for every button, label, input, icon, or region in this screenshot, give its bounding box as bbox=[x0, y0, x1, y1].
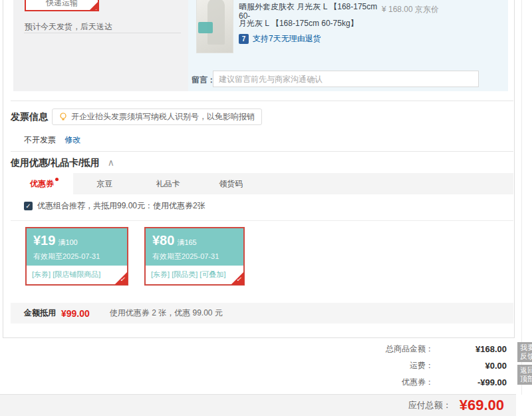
check-icon: ✓ bbox=[120, 276, 125, 283]
bulb-icon bbox=[59, 112, 67, 122]
price-value: ¥ 168.00 bbox=[382, 5, 413, 14]
discount-summary-bar: 金额抵用 ¥99.00 使用优惠券 2 张，优惠 99.00 元 bbox=[11, 303, 513, 323]
payable-bar: 应付总额： ¥69.00 bbox=[0, 394, 516, 416]
coupon-deduction-label: 优惠券： bbox=[402, 377, 434, 388]
return-policy-row: 7 支持7天无理由退货 bbox=[239, 33, 321, 45]
coupon-deduction-row: 优惠券： -¥99.00 bbox=[266, 374, 507, 391]
invoice-current: 不开发票 bbox=[24, 135, 56, 144]
divider bbox=[11, 101, 513, 101]
tab-coupon-label: 优惠券 bbox=[30, 179, 54, 188]
coupon-card-19[interactable]: ¥19满100 有效期至2025-07-31 [东券] [限店铺限商品] ✓ bbox=[25, 227, 128, 286]
return-policy-label: 支持7天无理由退货 bbox=[253, 33, 321, 45]
discount-summary-detail: 使用优惠券 2 张，优惠 99.00 元 bbox=[110, 308, 223, 319]
discount-section-title: 使用优惠/礼品卡/抵用 ∧ bbox=[11, 157, 114, 169]
discount-title-text: 使用优惠/礼品卡/抵用 bbox=[11, 157, 100, 168]
delivery-estimate: 预计今天发货，后天送达 bbox=[25, 21, 112, 33]
discount-summary-label: 金额抵用 bbox=[24, 308, 56, 319]
invoice-tip: 开企业抬头发票须填写纳税人识别号，以免影响报销 bbox=[52, 108, 262, 125]
tab-new-dot bbox=[55, 178, 59, 181]
coupon-19-tags: [东券] [限店铺限商品] bbox=[27, 266, 127, 284]
product-title-line1[interactable]: 晒服外套皮肤衣 月光灰 L 【168-175cm 60- bbox=[239, 2, 380, 21]
divider bbox=[24, 33, 181, 33]
check-icon: ✓ bbox=[92, 3, 97, 11]
invoice-section-title: 发票信息 bbox=[11, 111, 48, 123]
coupon-80-selected-badge: ✓ bbox=[231, 272, 244, 285]
order-totals: 总商品金额： ¥168.00 运费： ¥0.00 优惠券： -¥99.00 bbox=[266, 341, 507, 391]
price-suffix: 京东价 bbox=[415, 5, 439, 14]
seven-day-icon: 7 bbox=[239, 34, 249, 44]
shipping-fee-row: 运费： ¥0.00 bbox=[266, 357, 507, 374]
message-input[interactable] bbox=[213, 71, 479, 87]
coupon-80-validity: 有效期至2025-07-31 bbox=[152, 252, 237, 262]
selected-corner-badge: ✓ bbox=[89, 1, 98, 11]
shipping-option-selected[interactable]: 快递运输 ✓ bbox=[25, 0, 99, 11]
discount-summary-amount: ¥99.00 bbox=[61, 308, 90, 319]
coupon-19-selected-badge: ✓ bbox=[114, 272, 128, 285]
coupon-19-top: ¥19满100 有效期至2025-07-31 bbox=[27, 228, 127, 266]
shipping-fee-label: 运费： bbox=[410, 360, 434, 371]
divider bbox=[11, 220, 513, 221]
payable-label: 应付总额： bbox=[408, 399, 452, 411]
collapse-caret-icon[interactable]: ∧ bbox=[108, 157, 114, 168]
product-title-line2[interactable]: 月光灰 L 【168-175cm 60-75kg】 bbox=[239, 19, 380, 28]
coupon-19-amount: ¥19 bbox=[33, 233, 55, 248]
payable-value: ¥69.00 bbox=[460, 397, 504, 414]
tab-pickup-code-label: 领货码 bbox=[219, 179, 243, 188]
coupon-80-top: ¥80满165 有效期至2025-07-31 bbox=[146, 228, 243, 266]
shipping-panel bbox=[13, 0, 188, 91]
combo-recommend-row: ✓ 优惠组合推荐，共抵用99.00元：使用优惠券2张 bbox=[24, 200, 205, 212]
shipping-fee-value: ¥0.00 bbox=[434, 361, 507, 371]
message-label: 留言： bbox=[192, 75, 215, 86]
feedback-button[interactable]: 我要反馈 bbox=[517, 342, 532, 362]
combo-checkbox[interactable]: ✓ bbox=[24, 202, 33, 210]
tab-jingdou[interactable]: 京豆 bbox=[73, 173, 136, 194]
tab-giftcard[interactable]: 礼品卡 bbox=[136, 173, 200, 194]
coupon-deduction-value: -¥99.00 bbox=[434, 377, 507, 387]
shipping-option-label: 快递运输 bbox=[46, 0, 78, 7]
product-image[interactable] bbox=[196, 0, 233, 53]
coupon-80-tags: [东券] [限品类] [可叠加] bbox=[146, 266, 243, 284]
tab-jingdou-label: 京豆 bbox=[97, 179, 113, 188]
coupon-card-80[interactable]: ¥80满165 有效期至2025-07-31 [东券] [限品类] [可叠加] … bbox=[144, 227, 245, 286]
discount-tabbar: 优惠券 京豆 礼品卡 领货码 bbox=[11, 173, 513, 194]
product-price: ¥ 168.00 京东价 bbox=[382, 4, 439, 15]
invoice-current-row: 不开发票 修改 bbox=[24, 134, 80, 146]
coupon-19-validity: 有效期至2025-07-31 bbox=[33, 252, 120, 262]
total-goods-value: ¥168.00 bbox=[434, 344, 507, 354]
tab-coupon[interactable]: 优惠券 bbox=[11, 173, 73, 194]
page-right-divider bbox=[521, 0, 522, 395]
coupon-80-condition: 满165 bbox=[177, 238, 196, 246]
tab-pickup-code[interactable]: 领货码 bbox=[200, 173, 263, 194]
coupon-80-amount: ¥80 bbox=[152, 233, 174, 248]
check-icon: ✓ bbox=[236, 276, 241, 283]
product-image-badge bbox=[198, 22, 213, 33]
divider bbox=[11, 151, 513, 152]
back-to-top-button[interactable]: 返回顶部 bbox=[517, 365, 532, 385]
invoice-tip-text: 开企业抬头发票须填写纳税人识别号，以免影响报销 bbox=[71, 111, 255, 122]
combo-recommend-text: 优惠组合推荐，共抵用99.00元：使用优惠券2张 bbox=[37, 200, 205, 212]
coupon-19-condition: 满100 bbox=[58, 238, 77, 246]
tab-giftcard-label: 礼品卡 bbox=[156, 179, 180, 188]
total-goods-label: 总商品金额： bbox=[386, 343, 434, 355]
invoice-modify-link[interactable]: 修改 bbox=[65, 135, 80, 144]
total-goods-row: 总商品金额： ¥168.00 bbox=[266, 341, 507, 357]
